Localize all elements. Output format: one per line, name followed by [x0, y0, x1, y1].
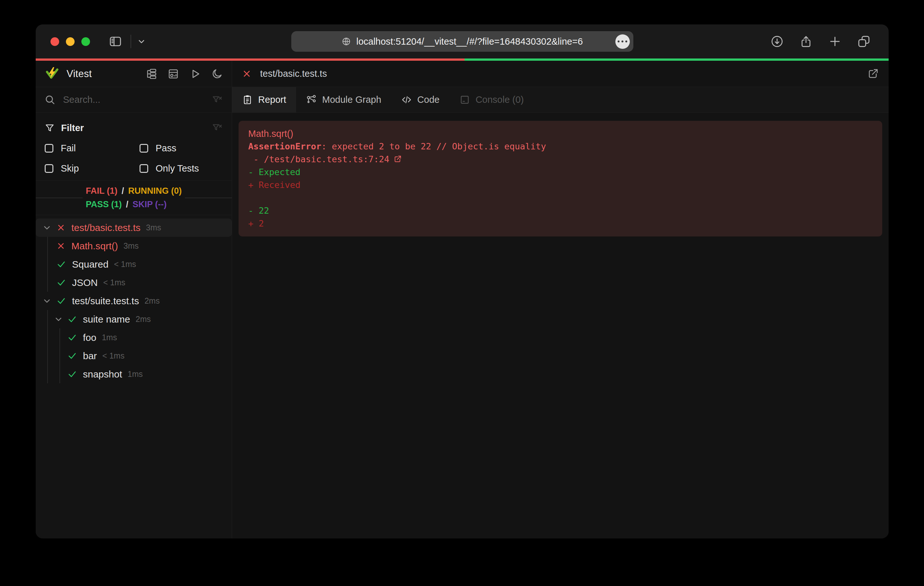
report-line-diff: - 22	[248, 204, 873, 217]
pass-icon	[56, 259, 66, 269]
tree-row-test-basic-test-ts[interactable]: test/basic.test.ts3ms	[36, 219, 232, 237]
new-tab-icon[interactable]	[828, 35, 842, 48]
filter-clear-icon[interactable]	[212, 122, 223, 133]
fail-count: FAIL (1)	[86, 186, 118, 196]
chevron-down-icon[interactable]	[42, 223, 52, 233]
share-icon[interactable]	[799, 35, 813, 48]
filter-title: Filter	[61, 123, 84, 133]
tree-item-label: suite name	[83, 314, 130, 325]
checkbox[interactable]	[140, 144, 148, 153]
checkbox[interactable]	[45, 164, 53, 173]
filter-icon	[45, 123, 54, 133]
url-text: localhost:51204/__vitest__/#/?file=16484…	[356, 36, 583, 47]
tree-row-foo[interactable]: foo1ms	[36, 328, 232, 347]
tree-view-icon[interactable]	[146, 68, 157, 80]
tree-item-duration: 1ms	[102, 333, 117, 342]
dark-mode-icon[interactable]	[211, 68, 223, 80]
module-graph-icon	[306, 94, 317, 105]
fail-icon	[56, 241, 66, 250]
tree-row-bar[interactable]: bar< 1ms	[36, 347, 232, 365]
progress-fail-segment	[36, 58, 465, 61]
tree-item-duration: 3ms	[146, 223, 161, 232]
tree-item-label: JSON	[72, 277, 98, 288]
filter-option-skip[interactable]: Skip	[45, 163, 140, 174]
report-content: Math.sqrt()AssertionError: expected 2 to…	[232, 113, 889, 538]
address-bar[interactable]: localhost:51204/__vitest__/#/?file=16484…	[291, 31, 634, 52]
report-line-stack[interactable]: - /test/basic.test.ts:7:24	[248, 153, 873, 166]
sidebar-toggle-icon[interactable]	[109, 35, 122, 48]
tree-item-duration: 2ms	[144, 296, 160, 306]
report-line-blank	[248, 191, 873, 204]
downloads-icon[interactable]	[771, 35, 784, 48]
fail-icon	[56, 223, 66, 232]
filter-option-pass[interactable]: Pass	[140, 143, 223, 153]
run-all-icon[interactable]	[189, 68, 201, 80]
tab-module-graph[interactable]: Module Graph	[296, 87, 391, 112]
summary-divider	[36, 198, 82, 198]
tree-item-duration: 2ms	[136, 314, 151, 324]
chevron-down-icon[interactable]	[54, 314, 63, 324]
vitest-logo	[45, 66, 59, 81]
zoom-window-button[interactable]	[81, 37, 90, 46]
pass-icon	[56, 296, 66, 306]
report-line-diff: + Received	[248, 179, 873, 191]
pass-icon	[67, 314, 77, 324]
code-icon	[401, 94, 412, 105]
tab-console[interactable]: Console (0)	[449, 87, 534, 112]
chevron-down-icon[interactable]	[137, 37, 146, 46]
tab-code[interactable]: Code	[391, 87, 449, 112]
chevron-down-icon[interactable]	[42, 296, 52, 306]
minimize-window-button[interactable]	[66, 37, 74, 46]
search-icon	[45, 94, 55, 105]
tree-item-label: foo	[83, 332, 96, 343]
indent-guide	[59, 365, 60, 383]
indent-guide	[47, 255, 48, 273]
toolbar-separator	[130, 35, 131, 48]
tree-item-label: Squared	[72, 259, 108, 270]
indent-guide	[47, 328, 48, 347]
report-line-diff: + 2	[248, 217, 873, 230]
pass-icon	[67, 333, 77, 342]
indent-guide	[47, 237, 48, 255]
running-count: RUNNING (0)	[128, 186, 182, 196]
main-panel: test/basic.test.ts Rep	[232, 61, 889, 538]
indent-guide	[59, 328, 60, 347]
external-link-icon[interactable]	[389, 154, 402, 164]
search-input[interactable]	[63, 94, 212, 105]
tree-item-label: bar	[83, 351, 97, 361]
tree-item-duration: < 1ms	[102, 351, 124, 360]
sidebar-header: Vitest	[36, 61, 232, 87]
tree-item-duration: < 1ms	[103, 278, 125, 287]
tree-item-label: test/basic.test.ts	[71, 222, 140, 233]
external-link-icon[interactable]	[867, 68, 879, 80]
indent-guide	[59, 347, 60, 365]
summary-line-1: FAIL (1) / RUNNING (0)	[86, 186, 182, 196]
filter-option-only-tests[interactable]: Only Tests	[140, 163, 223, 174]
filter-option-fail[interactable]: Fail	[45, 143, 140, 153]
dashboard-icon[interactable]	[168, 68, 179, 80]
report-line-name: Math.sqrt()	[248, 127, 873, 140]
checkbox[interactable]	[140, 164, 148, 173]
tree-row-squared[interactable]: Squared< 1ms	[36, 255, 232, 273]
tree-row-test-suite-test-ts[interactable]: test/suite.test.ts2ms	[36, 292, 232, 310]
summary-line-2: PASS (1) / SKIP (--)	[86, 199, 182, 209]
tree-row-math-sqrt[interactable]: Math.sqrt()3ms	[36, 237, 232, 255]
tree-row-suite-name[interactable]: suite name2ms	[36, 310, 232, 328]
tree-item-duration: < 1ms	[114, 260, 136, 269]
indent-guide	[47, 365, 48, 383]
tree-item-label: snapshot	[83, 369, 122, 380]
tab-report[interactable]: Report	[232, 87, 296, 112]
page-menu-button[interactable]	[615, 35, 630, 49]
checkbox[interactable]	[45, 144, 53, 153]
report-line-error: AssertionError: expected 2 to be 22 // O…	[248, 140, 873, 153]
indent-guide	[47, 273, 48, 292]
close-icon[interactable]	[242, 69, 252, 79]
close-window-button[interactable]	[51, 37, 59, 46]
filter-section: Filter Fail Pass	[36, 113, 232, 180]
filter-clear-icon[interactable]	[212, 94, 223, 105]
file-tab-header: test/basic.test.ts	[232, 61, 889, 87]
tree-row-json[interactable]: JSON< 1ms	[36, 273, 232, 292]
tree-row-snapshot[interactable]: snapshot1ms	[36, 365, 232, 383]
report-line-diff: - Expected	[248, 166, 873, 179]
tab-overview-icon[interactable]	[857, 35, 871, 48]
